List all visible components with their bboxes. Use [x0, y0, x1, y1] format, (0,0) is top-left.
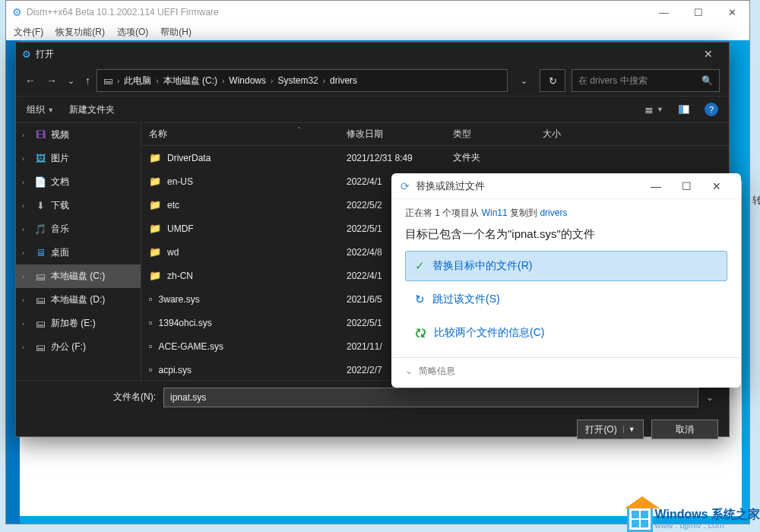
option-skip[interactable]: ↻ 跳过该文件(S) [405, 284, 727, 315]
tree-label: 新加卷 (E:) [51, 317, 96, 330]
help-button[interactable]: ? [705, 103, 718, 116]
copy-maximize-button[interactable]: ☐ [671, 175, 701, 198]
copy-icon: ⟳ [401, 180, 410, 192]
copy-close-button[interactable]: ✕ [701, 175, 732, 198]
cancel-button[interactable]: 取消 [651, 420, 718, 439]
tree-item[interactable]: ›🖴办公 (F:) [16, 335, 141, 359]
col-date[interactable]: 修改日期 [339, 128, 445, 141]
file-row[interactable]: 📁DriverData2021/12/31 8:49文件夹 [141, 146, 729, 169]
file-icon: ▫ [149, 340, 153, 352]
dialog-icon: ⚙ [22, 49, 31, 60]
folder-icon: 📁 [149, 199, 161, 211]
tree-item[interactable]: ›⬇下载 [16, 194, 141, 217]
file-name: DriverData [167, 153, 211, 163]
tree-item[interactable]: ›🖴本地磁盘 (D:) [16, 288, 141, 312]
filename-dropdown[interactable]: ⌄ [706, 392, 718, 403]
tree-label: 文档 [51, 176, 69, 188]
close-button[interactable]: ✕ [715, 1, 749, 24]
nav-recent-dropdown[interactable]: ⌄ [68, 76, 74, 86]
chevron-right-icon: › [222, 77, 224, 85]
tree-item[interactable]: ›🖴新加卷 (E:) [16, 312, 141, 335]
refresh-button[interactable]: ↻ [540, 69, 565, 92]
chevron-right-icon: › [22, 179, 30, 186]
breadcrumb-item[interactable]: 此电脑 [124, 74, 151, 87]
folder-icon: ⬇ [34, 200, 46, 211]
tree-item[interactable]: ›🎵音乐 [16, 217, 141, 241]
nav-arrows: ← → ⌄ ↑ [25, 74, 90, 87]
col-size[interactable]: 大小 [535, 128, 729, 141]
address-dropdown[interactable]: ⌄ [514, 76, 534, 86]
file-name: ACE-GAME.sys [159, 341, 223, 352]
folder-icon: 🖼 [34, 153, 46, 164]
breadcrumb-item[interactable]: System32 [277, 75, 318, 86]
nav-back-button[interactable]: ← [25, 74, 36, 87]
tree-item[interactable]: ›🎞视频 [16, 123, 141, 147]
button-row: 打开(O)▼ 取消 [16, 413, 729, 445]
chevron-right-icon: › [271, 77, 273, 85]
menu-file[interactable]: 文件(F) [14, 26, 43, 39]
watermark-title: Windows 系统之家 [654, 508, 760, 521]
chevron-down-icon: ▼ [657, 106, 663, 113]
chevron-down-icon: ⌄ [405, 366, 413, 376]
chevron-right-icon: › [22, 155, 30, 163]
copy-source-link[interactable]: Win11 [482, 207, 508, 218]
breadcrumb-item[interactable]: drivers [330, 75, 357, 86]
dialog-close-button[interactable]: ✕ [694, 48, 723, 60]
file-name: 1394ohci.sys [159, 318, 212, 328]
nav-row: ← → ⌄ ↑ 🖴 › 此电脑 › 本地磁盘 (C:) › Windows › … [16, 65, 729, 96]
maximize-button[interactable]: ☐ [681, 1, 715, 24]
chevron-right-icon: › [22, 296, 30, 304]
file-name: 3ware.sys [159, 294, 200, 305]
col-type[interactable]: 类型 [445, 128, 535, 141]
chevron-right-icon: › [156, 77, 158, 85]
menu-help[interactable]: 帮助(H) [160, 26, 192, 39]
organize-button[interactable]: 组织 ▼ [27, 103, 54, 116]
file-icon: ▫ [149, 293, 153, 305]
search-icon: 🔍 [701, 75, 713, 86]
folder-icon: 🖴 [34, 271, 46, 282]
view-preview-button[interactable] [679, 105, 689, 114]
app-title: Dism++x64 Beta 10.1.2002.114 UEFI Firmwa… [27, 7, 647, 17]
app-titlebar: ⚙ Dism++x64 Beta 10.1.2002.114 UEFI Firm… [6, 1, 749, 24]
app-menubar: 文件(F) 恢复功能(R) 选项(O) 帮助(H) [6, 24, 749, 40]
view-list-button[interactable]: ≣ ▼ [644, 103, 663, 116]
col-name[interactable]: 名称˄ [141, 128, 339, 141]
tree-item[interactable]: ›🖴本地磁盘 (C:) [16, 264, 141, 288]
menu-recover[interactable]: 恢复功能(R) [55, 26, 105, 39]
filename-input[interactable] [163, 388, 698, 407]
chevron-right-icon: › [22, 202, 30, 210]
address-bar[interactable]: 🖴 › 此电脑 › 本地磁盘 (C:) › Windows › System32… [97, 69, 508, 92]
chevron-right-icon: › [22, 344, 30, 351]
chevron-down-icon: ▼ [47, 106, 54, 114]
option-compare[interactable]: 🗘 比较两个文件的信息(C) [405, 318, 727, 348]
file-type: 文件夹 [445, 151, 535, 164]
tree-label: 桌面 [51, 246, 69, 259]
tree-item[interactable]: ›📄文档 [16, 170, 141, 194]
nav-up-button[interactable]: ↑ [85, 74, 90, 87]
stray-text: 转 [752, 194, 760, 207]
check-icon: ✓ [415, 259, 425, 273]
open-button[interactable]: 打开(O)▼ [577, 420, 644, 439]
file-icon: ▫ [149, 317, 153, 328]
copy-info: 正在将 1 个项目从 Win11 复制到 drivers [405, 207, 727, 220]
tree-item[interactable]: ›🖼图片 [16, 147, 141, 170]
copy-minimize-button[interactable]: — [641, 175, 671, 198]
file-date: 2021/12/31 8:49 [339, 153, 445, 163]
menu-options[interactable]: 选项(O) [117, 26, 148, 39]
new-folder-button[interactable]: 新建文件夹 [69, 103, 115, 116]
tree-item[interactable]: ›🖥桌面 [16, 241, 141, 264]
drive-icon: 🖴 [103, 75, 112, 86]
nav-forward-button[interactable]: → [46, 74, 57, 87]
chevron-right-icon: › [22, 249, 30, 257]
folder-icon: 🖴 [34, 341, 46, 353]
file-name: wd [167, 247, 179, 258]
copy-message: 目标已包含一个名为"ipnat.sys"的文件 [405, 227, 727, 242]
copy-dialog-footer[interactable]: ⌄ 简略信息 [391, 357, 741, 384]
minimize-button[interactable]: — [647, 1, 681, 24]
breadcrumb-item[interactable]: 本地磁盘 (C:) [163, 74, 217, 87]
search-input[interactable]: 在 drivers 中搜索 🔍 [572, 69, 720, 92]
copy-dest-link[interactable]: drivers [540, 207, 567, 218]
breadcrumb-item[interactable]: Windows [229, 75, 266, 86]
option-replace[interactable]: ✓ 替换目标中的文件(R) [405, 251, 727, 281]
folder-icon: 📁 [149, 152, 161, 163]
